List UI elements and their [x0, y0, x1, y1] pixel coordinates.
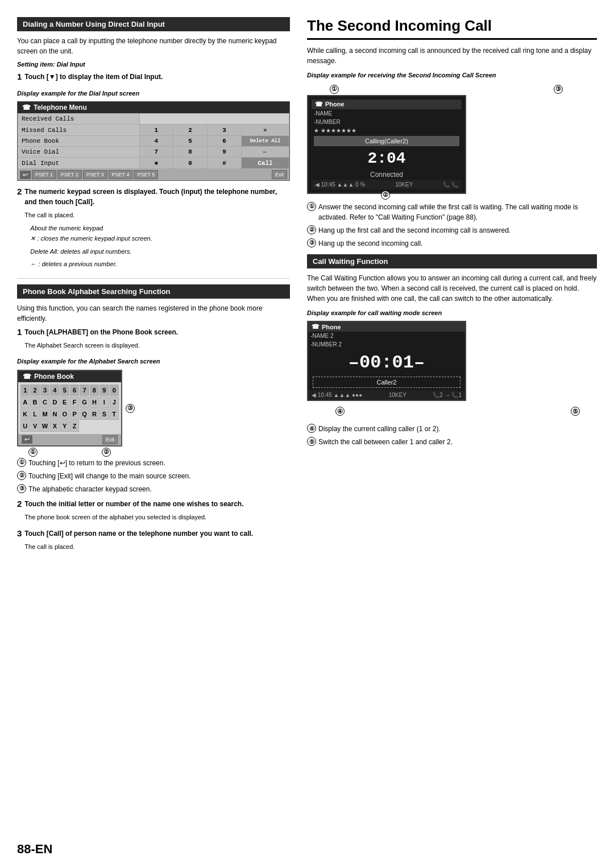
alpha-4[interactable]: 4	[50, 385, 59, 396]
waiting-circle-5: ⑤	[307, 437, 316, 446]
about-item-2: Delete All: deletes all input numbers.	[30, 247, 290, 257]
alpha-9[interactable]: 9	[99, 385, 109, 396]
incoming-screen-header: ☎ Phone	[312, 100, 462, 109]
waiting-callout-4: ④ Display the current calling caller (1 …	[307, 424, 597, 434]
alpha-J[interactable]: J	[110, 396, 119, 408]
alpha-C[interactable]: C	[40, 396, 49, 408]
alpha-grid-numbers: 1 2 3 4 5 6 7 8 9 0 A B C D E F G	[18, 382, 121, 434]
pset1-btn[interactable]: PSET 1	[32, 170, 56, 179]
btn-star[interactable]: ✱	[139, 158, 173, 169]
btn-6[interactable]: 6	[208, 136, 242, 147]
alpha-N[interactable]: N	[50, 408, 59, 420]
btn-5[interactable]: 5	[173, 136, 208, 147]
callout-pos-3: ③	[554, 85, 563, 94]
phonebook-step3-row: 3 Touch [Call] of person name or the tel…	[17, 528, 290, 555]
alpha-O[interactable]: O	[60, 408, 69, 420]
alpha-R[interactable]: R	[90, 408, 99, 420]
alpha-V[interactable]: V	[30, 420, 39, 432]
btn-back[interactable]: ←	[241, 147, 289, 158]
alpha-K[interactable]: K	[20, 408, 30, 420]
pset3-btn[interactable]: PSET 3	[83, 170, 107, 179]
btn-2[interactable]: 2	[173, 125, 208, 136]
phone-icon: ☎	[22, 104, 31, 111]
alpha-2[interactable]: 2	[30, 385, 39, 396]
alpha-F[interactable]: F	[70, 396, 79, 408]
alpha-5[interactable]: 5	[60, 385, 69, 396]
alpha-E[interactable]: E	[60, 396, 69, 408]
btn-9[interactable]: 9	[208, 147, 242, 158]
callout-2-row: ② Touching [Exit] will change to the mai…	[17, 471, 290, 481]
menu-phone-book: Phone Book	[18, 136, 140, 147]
btn-call[interactable]: Call	[241, 158, 289, 169]
section1-intro: You can place a call by inputting the te…	[17, 36, 290, 56]
alpha-T[interactable]: T	[110, 408, 119, 420]
alpha-6[interactable]: 6	[70, 385, 79, 396]
page-number: 88-EN	[17, 842, 52, 857]
alpha-Z[interactable]: Z	[70, 420, 79, 432]
status-text: ◀ 10:45 ▲▲▲ 0 %	[315, 181, 365, 188]
alpha-8[interactable]: 8	[90, 385, 99, 396]
pset5-btn[interactable]: PSET 5	[134, 170, 158, 179]
calling-text: Calling(Caller2)	[314, 136, 459, 146]
alpha-Q[interactable]: Q	[80, 408, 89, 420]
exit-btn[interactable]: Exit	[272, 170, 287, 179]
back-btn[interactable]: ↩	[20, 171, 31, 179]
divider	[17, 278, 290, 279]
about-title: About the numeric keypad	[30, 224, 290, 233]
alpha-1[interactable]: 1	[20, 385, 30, 396]
page-suffix: -EN	[31, 842, 52, 856]
menu-title-bar: ☎ Telephone Menu	[18, 102, 289, 113]
alpha-B[interactable]: B	[30, 396, 39, 408]
alpha-I[interactable]: I	[99, 396, 109, 408]
phone-icon-2: ☎	[315, 101, 323, 108]
alpha-0[interactable]: 0	[110, 385, 119, 396]
pset2-btn[interactable]: PSET 2	[57, 170, 82, 179]
bottom-label: 10KEY	[395, 181, 413, 188]
alpha-D[interactable]: D	[50, 396, 59, 408]
call-waiting-diagram: ☎ Phone -NAME 2 -NUMBER 2 –00:01– Caller…	[307, 321, 597, 416]
btn-3[interactable]: 3	[208, 125, 242, 136]
pset4-btn[interactable]: PSET 4	[109, 170, 133, 179]
incoming-callouts: ① Answer the second incoming call while …	[307, 202, 597, 249]
waiting-status: ◀ 10:45 ▲▲▲ ●●●	[312, 392, 362, 398]
alpha-U[interactable]: U	[20, 420, 30, 432]
incoming-circle-3: ③	[307, 238, 316, 247]
alpha-S[interactable]: S	[99, 408, 109, 420]
phonebook-back-btn[interactable]: ↩	[22, 435, 32, 444]
callout-pos-2: ②	[381, 191, 390, 200]
btn-hash[interactable]: #	[208, 158, 242, 169]
callout-pos-5: ⑤	[571, 407, 580, 416]
right-column: The Second Incoming Call While calling, …	[307, 17, 597, 840]
callout-1-indicator: ①	[28, 448, 38, 457]
alpha-3[interactable]: 3	[40, 385, 49, 396]
waiting-call-icons: 📞2 → 📞1	[433, 392, 462, 398]
alpha-7[interactable]: 7	[80, 385, 89, 396]
btn-4[interactable]: 4	[139, 136, 173, 147]
phonebook-step2-row: 2 Touch the initial letter or number of …	[17, 499, 290, 526]
section1-header: Dialing a Number Using Direct Dial Input	[17, 17, 290, 31]
incoming-text-3: Hang up the second incoming call.	[318, 238, 597, 249]
alpha-X[interactable]: X	[50, 420, 59, 432]
alpha-A[interactable]: A	[20, 396, 30, 408]
btn-8[interactable]: 8	[173, 147, 208, 158]
btn-7[interactable]: 7	[139, 147, 173, 158]
step2-row: 2 The numeric keypad screen is displayed…	[17, 187, 290, 272]
alpha-Y[interactable]: Y	[60, 420, 69, 432]
alpha-H[interactable]: H	[90, 396, 99, 408]
alpha-M[interactable]: M	[40, 408, 49, 420]
alpha-G[interactable]: G	[80, 396, 89, 408]
alpha-W[interactable]: W	[40, 420, 49, 432]
phonebook-exit-btn[interactable]: Exit	[102, 435, 118, 444]
btn-1[interactable]: 1	[139, 125, 173, 136]
table-row: Missed Calls 1 2 3 ✕	[18, 125, 289, 136]
btn-0[interactable]: 0	[173, 158, 208, 169]
phonebook-step2-bold: Touch the initial letter or number of th…	[24, 500, 243, 508]
alpha-L[interactable]: L	[30, 408, 39, 420]
btn-x[interactable]: ✕	[241, 125, 289, 136]
btn-delete-all[interactable]: Delete All	[241, 136, 289, 147]
incoming-text-2: Hang up the first call and the second in…	[318, 225, 597, 235]
incoming-call-screen: ☎ Phone -NAME -NUMBER ★ ★★★★★★★ Calling(…	[307, 95, 466, 194]
caller2-box: Caller2	[313, 377, 460, 388]
number-label: -NUMBER	[312, 118, 462, 126]
alpha-P[interactable]: P	[70, 408, 79, 420]
